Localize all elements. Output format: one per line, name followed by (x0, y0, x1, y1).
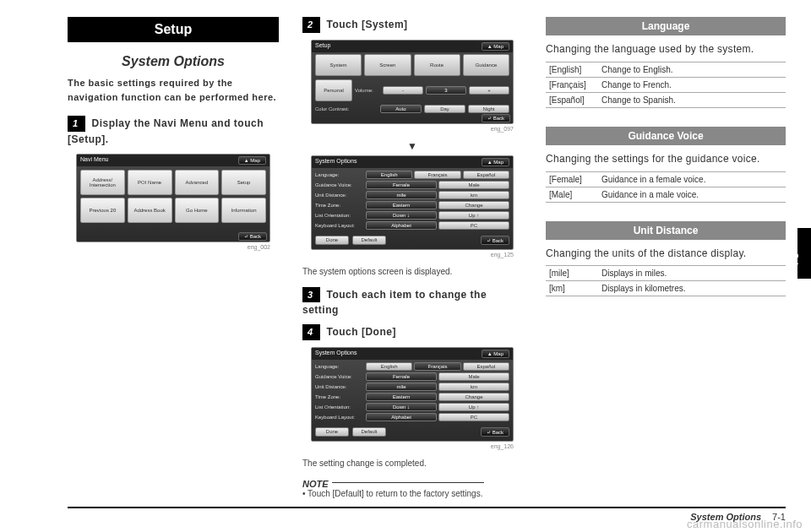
ss3-lang-francais[interactable]: Français (414, 171, 460, 179)
ss3-list-up[interactable]: Up ↑ (438, 211, 509, 220)
desc-language: Changing the language used by the system… (546, 42, 786, 57)
ss1-btn-gohome[interactable]: Go Home (175, 198, 220, 223)
ss2-back-button[interactable]: ⤶ Back (482, 114, 510, 122)
ss3-tz-eastern[interactable]: Eastern (366, 201, 437, 209)
ss1-btn-setup[interactable]: Setup (221, 170, 266, 195)
ss3-unit-km[interactable]: km (438, 191, 509, 199)
ss4-row-kb-label: Keyboard Layout: (315, 415, 364, 420)
ss3-tz-change[interactable]: Change (438, 201, 509, 209)
cell-val: Change to Spanish. (598, 92, 786, 107)
table-row: [Female]Guidance in a female voice. (546, 171, 786, 187)
ss3-row-list-label: List Orientation: (315, 213, 364, 218)
subhead-guidance-voice: Guidance Voice (546, 127, 786, 145)
ss4-list-up[interactable]: Up ↑ (438, 403, 509, 411)
ss2-title: Setup (315, 42, 330, 51)
step-1: 1 Display the Navi Menu and touch [Setup… (68, 116, 279, 147)
ss3-back-button[interactable]: ⤶ Back (481, 236, 509, 245)
ss3-kb-alphabet[interactable]: Alphabet (366, 221, 437, 230)
ss4-voice-male[interactable]: Male (438, 372, 509, 381)
ss2-btn-guidance[interactable]: Guidance (463, 54, 509, 76)
ss4-map-button[interactable]: ▲ Map (482, 350, 509, 358)
ss4-lang-francais[interactable]: Français (414, 362, 460, 371)
note-text: • Touch [Default] to return to the facto… (302, 489, 522, 498)
ss1-btn-info[interactable]: Information (221, 198, 266, 223)
ss2-btn-route[interactable]: Route (414, 54, 460, 76)
cell-val: Displays in kilometres. (598, 281, 786, 296)
ss4-row-unit-label: Unit Distance: (315, 384, 364, 389)
ss1-map-button[interactable]: ▲ Map (238, 156, 266, 165)
cell-val: Guidance in a female voice. (598, 171, 786, 187)
ss2-contrast-label: Color Contrast: (315, 106, 378, 111)
table-unit-distance: [mile]Displays in miles. [km]Displays in… (546, 265, 786, 296)
ss3-map-button[interactable]: ▲ Map (482, 158, 509, 166)
step-3: 3 Touch each item to change the setting (302, 287, 522, 318)
ss4-tz-eastern[interactable]: Eastern (366, 393, 437, 401)
ss3-default-button[interactable]: Default (352, 236, 386, 245)
ss2-btn-screen[interactable]: Screen (364, 54, 411, 76)
ss4-list-down[interactable]: Down ↓ (366, 403, 437, 411)
ss3-lang-english[interactable]: English (366, 171, 412, 179)
section-title: System Options (68, 54, 279, 69)
ss4-tz-change[interactable]: Change (438, 393, 509, 401)
ss1-btn-advanced[interactable]: Advanced (175, 170, 220, 195)
table-row: [Français]Change to French. (546, 77, 786, 92)
cell-key: [Female] (546, 171, 598, 187)
ss4-kb-pc[interactable]: PC (438, 413, 509, 421)
table-row: [mile]Displays in miles. (546, 266, 786, 281)
ss1-btn-poi[interactable]: POI Name (128, 170, 172, 195)
step-3-number: 3 (302, 287, 320, 303)
ss4-done-button[interactable]: Done (315, 427, 349, 437)
table-row: [English]Change to English. (546, 62, 786, 77)
ss2-btn-personal[interactable]: Personal (315, 79, 352, 101)
ss4-row-lang-label: Language: (315, 364, 364, 369)
ss2-map-button[interactable]: ▲ Map (482, 42, 509, 51)
note-label: NOTE (302, 479, 329, 489)
ss2-volume-value: 3 (426, 86, 466, 95)
ss2-btn-system[interactable]: System (315, 54, 362, 76)
ss1-btn-previous[interactable]: Previous 20 (80, 198, 125, 223)
flow-arrow-icon: ▼ (302, 140, 522, 152)
ss4-kb-alphabet[interactable]: Alphabet (366, 413, 437, 421)
ss1-back-button[interactable]: ⤶ Back (238, 232, 267, 241)
caption-eng126: eng_126 (302, 443, 514, 449)
ss3-row-kb-label: Keyboard Layout: (315, 223, 364, 228)
ss4-lang-english[interactable]: English (366, 362, 412, 371)
cell-val: Change to French. (598, 77, 786, 92)
subhead-unit-distance: Unit Distance (546, 221, 786, 240)
ss3-voice-male[interactable]: Male (438, 181, 509, 189)
ss4-voice-female[interactable]: Female (366, 372, 437, 381)
ss2-contrast-day[interactable]: Day (424, 105, 465, 113)
ss4-unit-km[interactable]: km (438, 383, 509, 391)
caption-eng125: eng_125 (302, 252, 514, 258)
ss2-volume-minus[interactable]: - (383, 86, 423, 95)
screenshot-system-options-2: System Options ▲ Map Language:EnglishFra… (311, 347, 514, 442)
table-row: [Male]Guidance in a male voice. (546, 187, 786, 202)
text-after-ss4: The setting change is completed. (302, 458, 514, 469)
ss1-btn-address[interactable]: Address/ Intersection (80, 170, 125, 195)
table-row: [km]Displays in kilometres. (546, 281, 786, 296)
ss4-lang-espanol[interactable]: Español (463, 362, 509, 371)
ss4-row-list-label: List Orientation: (315, 404, 364, 410)
ss4-title: System Options (315, 350, 357, 358)
ss3-done-button[interactable]: Done (315, 236, 349, 245)
ss4-unit-mile[interactable]: mile (366, 383, 437, 391)
step-4: 4 Touch [Done] (302, 324, 522, 340)
desc-guidance-voice: Changing the settings for the guidance v… (546, 152, 786, 166)
page-footer: System Options 7-1 (68, 507, 786, 522)
ss2-contrast-auto[interactable]: Auto (380, 105, 422, 113)
ss4-back-button[interactable]: ⤶ Back (481, 427, 509, 437)
watermark: carmanualsonline.info (687, 518, 803, 530)
ss4-default-button[interactable]: Default (352, 427, 386, 437)
ss1-btn-addressbook[interactable]: Address Book (128, 198, 172, 223)
step-2-text: Touch [System] (326, 19, 407, 30)
note-block: NOTE • Touch [Default] to return to the … (302, 479, 522, 498)
step-1-text: Display the Navi Menu and touch [Setup]. (68, 117, 264, 145)
ss3-voice-female[interactable]: Female (366, 181, 437, 189)
cell-key: [Español] (546, 92, 598, 107)
ss3-unit-mile[interactable]: mile (366, 191, 437, 199)
ss2-volume-plus[interactable]: + (469, 86, 509, 95)
cell-key: [mile] (546, 266, 598, 281)
ss3-list-down[interactable]: Down ↓ (366, 211, 437, 220)
ss3-kb-pc[interactable]: PC (438, 221, 509, 230)
ss3-lang-espanol[interactable]: Español (463, 171, 509, 179)
